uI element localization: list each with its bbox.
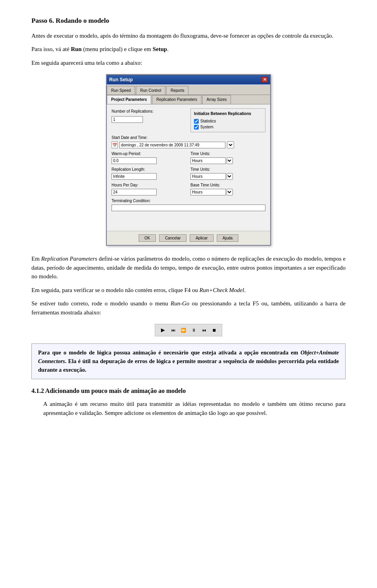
terminating-label: Terminating Condition: xyxy=(112,198,265,204)
terminating-input[interactable] xyxy=(112,205,265,211)
base-time-col: Base Time Units: ▼ xyxy=(190,182,265,195)
terminating-section: Terminating Condition: xyxy=(112,198,265,211)
base-time-input[interactable] xyxy=(190,189,226,195)
tab-replication-parameters[interactable]: Replication Parameters xyxy=(152,95,201,104)
system-checkbox[interactable] xyxy=(194,125,199,130)
warmup-units-label: Time Units: xyxy=(190,151,265,157)
apply-button[interactable]: Aplicar xyxy=(190,234,214,242)
dialog-wrapper: Run Setup ✕ Run Speed Run Control Report… xyxy=(31,74,346,246)
start-date-input[interactable] xyxy=(119,142,225,148)
replication-col: Replication Length: xyxy=(112,166,187,180)
system-checkbox-row: System xyxy=(194,124,262,130)
dialog-tabs-row2: Project Parameters Replication Parameter… xyxy=(107,95,270,104)
tab-reports[interactable]: Reports xyxy=(166,86,188,95)
initialize-section: Initialize Between Replications Statisti… xyxy=(190,108,265,132)
hours-per-day-input[interactable] xyxy=(112,189,157,195)
subsection-p: A animação é um recurso muito útil para … xyxy=(43,400,346,417)
run-setup-dialog: Run Setup ✕ Run Speed Run Control Report… xyxy=(106,74,271,246)
start-date-label: Start Date and Time: xyxy=(112,135,265,141)
base-time-dropdown[interactable]: ▼ xyxy=(227,189,233,195)
num-replications-value-row xyxy=(112,116,187,123)
dialog-body: Number of Replications: Initialize Betwe… xyxy=(107,104,270,231)
intro-p2: Para isso, vá até Run (menu principal) e… xyxy=(31,45,346,54)
system-label: System xyxy=(200,124,213,130)
hours-per-day-col: Hours Per Day: xyxy=(112,182,187,195)
initialize-label: Initialize Between Replications xyxy=(194,111,262,117)
dialog-close-button[interactable]: ✕ xyxy=(262,77,268,82)
dialog-footer: OK Cancelar Aplicar Ajuda xyxy=(107,231,270,245)
stop-icon[interactable]: ⏹ xyxy=(209,326,219,334)
dialog-tabs: Run Speed Run Control Reports xyxy=(107,84,270,95)
intro-p3: Em seguida aparecerá uma tela como a aba… xyxy=(31,58,346,68)
cancel-button[interactable]: Cancelar xyxy=(159,234,187,242)
start-date-dropdown[interactable]: ▼ xyxy=(227,141,234,148)
warmup-units-col: Time Units: ▼ xyxy=(190,151,265,164)
dialog-title: Run Setup xyxy=(109,76,133,83)
para1: Em Replication Parameters defini-se vári… xyxy=(31,254,346,281)
replication-input[interactable] xyxy=(112,173,157,180)
replication-units-col: Time Units: ▼ xyxy=(190,166,265,180)
ok-button[interactable]: OK xyxy=(139,234,156,242)
warmup-units-dropdown[interactable]: ▼ xyxy=(227,157,233,164)
play-icon[interactable]: ▶ xyxy=(158,326,168,334)
replication-units-input[interactable] xyxy=(190,173,226,180)
warmup-units-input[interactable] xyxy=(190,157,226,164)
warmup-col: Warm-up Period: xyxy=(112,151,187,164)
hours-base-section: Hours Per Day: Base Time Units: ▼ xyxy=(112,182,265,195)
skip-to-start-icon[interactable]: ⏮ xyxy=(199,326,209,334)
toolbar-section: ▶ ⏭ ⏩ ⏸ ⏮ ⏹ xyxy=(31,324,346,336)
replication-label: Replication Length: xyxy=(112,166,187,172)
skip-to-end-icon[interactable]: ⏭ xyxy=(168,326,178,334)
warmup-label: Warm-up Period: xyxy=(112,151,187,157)
intro-p1: Antes de executar o modelo, após do térm… xyxy=(31,31,346,40)
statistics-label: Statistics xyxy=(200,118,216,124)
spacer xyxy=(112,211,265,227)
pause-icon[interactable]: ⏸ xyxy=(189,326,198,334)
calendar-icon-input[interactable] xyxy=(112,141,118,148)
tab-array-sizes[interactable]: Array Sizes xyxy=(202,95,231,104)
para2: Em seguida, para verificar se o modelo n… xyxy=(31,286,346,295)
num-replications-section: Number of Replications: xyxy=(112,108,187,132)
top-section: Number of Replications: Initialize Betwe… xyxy=(112,108,265,132)
replication-units-label: Time Units: xyxy=(190,166,265,172)
warmup-rep-section: Warm-up Period: Time Units: ▼ xyxy=(112,151,265,164)
statistics-checkbox-row: Statistics xyxy=(194,118,262,124)
section-title: Passo 6. Rodando o modelo xyxy=(31,16,346,26)
num-replications-row: Number of Replications: xyxy=(112,108,187,114)
note-box: Para que o modelo de lógica possua anima… xyxy=(31,343,346,379)
num-replications-input[interactable] xyxy=(112,116,143,123)
help-button[interactable]: Ajuda xyxy=(217,234,239,242)
dialog-titlebar: Run Setup ✕ xyxy=(107,75,270,84)
warmup-input[interactable] xyxy=(112,157,157,164)
base-time-label: Base Time Units: xyxy=(190,182,265,188)
subsection-title: 4.1.2 Adicionando um pouco mais de anima… xyxy=(31,386,346,396)
para3: Se estiver tudo correto, rode o modelo u… xyxy=(31,299,346,317)
replication-section: Replication Length: Time Units: ▼ xyxy=(112,166,265,180)
fast-forward-icon[interactable]: ⏩ xyxy=(179,326,188,334)
num-replications-label: Number of Replications: xyxy=(112,108,163,114)
tab-run-speed[interactable]: Run Speed xyxy=(107,86,135,95)
toolbar-icons-container: ▶ ⏭ ⏩ ⏸ ⏮ ⏹ xyxy=(155,324,222,336)
statistics-checkbox[interactable] xyxy=(194,119,199,124)
start-date-section: Start Date and Time: ▼ xyxy=(112,135,265,148)
tab-project-parameters[interactable]: Project Parameters xyxy=(107,95,151,104)
replication-units-dropdown[interactable]: ▼ xyxy=(227,173,233,180)
tab-run-control[interactable]: Run Control xyxy=(136,86,165,95)
hours-per-day-label: Hours Per Day: xyxy=(112,182,187,188)
